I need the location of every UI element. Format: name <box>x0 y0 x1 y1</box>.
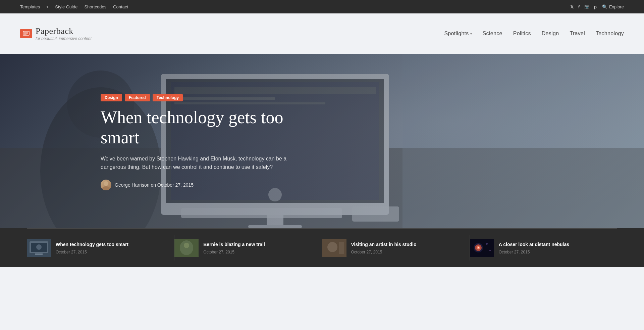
nav-science[interactable]: Science <box>483 31 502 37</box>
logo-text: Paperback for beautiful, immersive conte… <box>36 26 92 41</box>
svg-point-37 <box>486 243 488 245</box>
nav-contact[interactable]: Contact <box>113 4 128 9</box>
article-thumb-2 <box>322 239 346 257</box>
articles-strip: When technology gets too smart October 2… <box>0 229 644 267</box>
search-icon: 🔍 <box>602 4 607 9</box>
nav-politics[interactable]: Politics <box>513 31 531 37</box>
article-info-0: When technology gets too smart October 2… <box>56 241 167 254</box>
tag-technology[interactable]: Technology <box>153 94 183 101</box>
author-on: on <box>151 182 157 188</box>
logo-name: Paperback <box>36 26 92 36</box>
tag-design[interactable]: Design <box>101 94 122 101</box>
nav-travel[interactable]: Travel <box>570 31 585 37</box>
instagram-icon[interactable]: 📷 <box>584 4 589 9</box>
nav-technology[interactable]: Technology <box>596 31 624 37</box>
hero-date: October 27, 2015 <box>157 182 194 188</box>
article-card-1[interactable]: Bernie is blazing a new trail October 27… <box>174 235 322 261</box>
article-thumb-3 <box>470 239 494 257</box>
article-title-3: A closer look at distant nebulas <box>499 241 610 248</box>
nav-spotlights-link: Spotlights <box>444 31 469 37</box>
article-date-3: October 27, 2015 <box>499 250 610 254</box>
article-date-2: October 27, 2015 <box>351 250 463 254</box>
article-thumb-1 <box>174 239 199 257</box>
hero-excerpt: We've been warned by Stephen Hawking and… <box>101 154 295 172</box>
pinterest-icon[interactable]: p <box>594 4 597 9</box>
svg-point-36 <box>478 247 479 248</box>
top-bar-right: 𝕏 f 📷 p 🔍 Explore <box>570 4 624 9</box>
logo-tagline: for beautiful, immersive content <box>36 36 92 41</box>
article-date-1: October 27, 2015 <box>203 250 315 254</box>
svg-point-20 <box>102 186 110 190</box>
nav-shortcodes[interactable]: Shortcodes <box>84 4 106 9</box>
svg-point-28 <box>184 243 189 248</box>
hero-author: George Harrison on October 27, 2015 <box>101 180 295 190</box>
svg-point-30 <box>327 242 337 252</box>
spotlights-arrow: ▾ <box>470 32 472 36</box>
nav-design[interactable]: Design <box>542 31 559 37</box>
svg-rect-18 <box>402 54 644 228</box>
facebook-icon[interactable]: f <box>578 4 580 9</box>
author-meta: George Harrison on October 27, 2015 <box>115 182 194 188</box>
author-avatar <box>101 180 111 190</box>
svg-point-25 <box>36 244 42 250</box>
article-card-3[interactable]: A closer look at distant nebulas October… <box>470 235 617 261</box>
nav-spotlights[interactable]: Spotlights ▾ <box>444 31 472 37</box>
explore-button[interactable]: 🔍 Explore <box>602 4 624 9</box>
article-title-0: When technology gets too smart <box>56 241 167 248</box>
site-header: Paperback for beautiful, immersive conte… <box>0 13 644 54</box>
article-card-0[interactable]: When technology gets too smart October 2… <box>27 235 174 261</box>
tag-featured[interactable]: Featured <box>125 94 150 101</box>
site-logo[interactable]: Paperback for beautiful, immersive conte… <box>20 26 92 41</box>
main-nav: Spotlights ▾ Science Politics Design Tra… <box>444 31 624 37</box>
article-info-2: Visiting an artist in his studio October… <box>351 241 463 254</box>
article-info-1: Bernie is blazing a new trail October 27… <box>203 241 315 254</box>
hero-content: Design Featured Technology When technolo… <box>0 54 322 204</box>
hero-section: Design Featured Technology When technolo… <box>0 54 644 228</box>
svg-rect-15 <box>352 206 399 222</box>
top-bar: Templates ▾ Style Guide Shortcodes Conta… <box>0 0 644 13</box>
author-name: George Harrison <box>115 182 150 188</box>
article-info-3: A closer look at distant nebulas October… <box>499 241 610 254</box>
hero-tags: Design Featured Technology <box>101 94 295 101</box>
nav-templates[interactable]: Templates <box>20 4 40 9</box>
svg-rect-13 <box>248 225 302 228</box>
article-date-0: October 27, 2015 <box>56 250 167 254</box>
svg-point-38 <box>489 250 491 251</box>
article-title-2: Visiting an artist in his studio <box>351 241 463 248</box>
explore-label: Explore <box>609 4 624 9</box>
svg-rect-14 <box>181 208 342 218</box>
hero-title[interactable]: When technology gets too smart <box>101 107 295 148</box>
twitter-icon[interactable]: 𝕏 <box>570 4 574 9</box>
social-icons: 𝕏 f 📷 p <box>570 4 597 9</box>
svg-rect-24 <box>35 253 43 255</box>
article-card-2[interactable]: Visiting an artist in his studio October… <box>322 235 470 261</box>
article-title-1: Bernie is blazing a new trail <box>203 241 315 248</box>
top-bar-nav: Templates ▾ Style Guide Shortcodes Conta… <box>20 4 128 9</box>
logo-icon <box>20 29 32 38</box>
svg-point-19 <box>104 181 108 186</box>
templates-dropdown-arrow: ▾ <box>47 5 48 9</box>
nav-style-guide[interactable]: Style Guide <box>55 4 77 9</box>
svg-rect-31 <box>339 242 344 254</box>
article-thumb-0 <box>27 239 51 257</box>
